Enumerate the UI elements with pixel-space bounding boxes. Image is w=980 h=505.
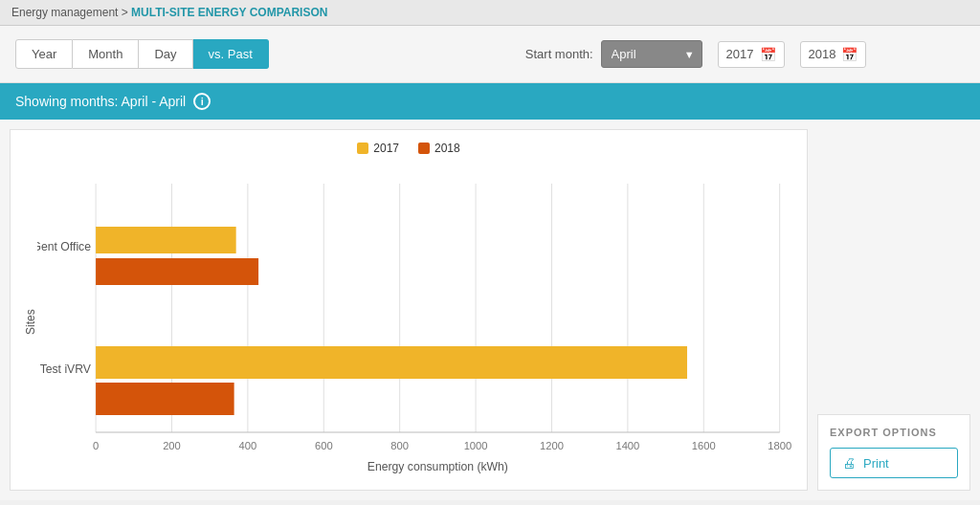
month-dropdown[interactable]: JanuaryFebruaryMarch AprilMayJune JulyAu… bbox=[601, 40, 702, 68]
svg-text:800: 800 bbox=[390, 440, 409, 451]
legend-2017: 2017 bbox=[357, 142, 399, 155]
vs-past-button[interactable]: vs. Past bbox=[193, 39, 269, 69]
chart-body: Sites bbox=[20, 165, 797, 480]
chart-legend: 2017 2018 bbox=[20, 142, 797, 155]
bar-testvRV-2018 bbox=[96, 383, 234, 415]
legend-label-2018: 2018 bbox=[434, 142, 460, 155]
year-button[interactable]: Year bbox=[15, 39, 73, 69]
export-title: EXPORT OPTIONS bbox=[830, 427, 958, 438]
legend-dot-2018 bbox=[418, 143, 430, 154]
chart-svg: Daikin Gent Office Test iVRV 0 200 400 6… bbox=[37, 165, 797, 480]
y-axis-label: Sites bbox=[20, 165, 37, 480]
bar-daikin-2018 bbox=[96, 258, 258, 285]
breadcrumb: Energy management > MULTI-SITE ENERGY CO… bbox=[0, 0, 980, 26]
calendar1-icon: 📅 bbox=[760, 47, 776, 62]
bar-daikin-2017 bbox=[96, 227, 236, 253]
month-button[interactable]: Month bbox=[73, 39, 139, 69]
year1-input[interactable]: 2017 📅 bbox=[718, 41, 785, 68]
svg-text:1000: 1000 bbox=[464, 440, 488, 451]
controls-area: Year Month Day vs. Past Start month: Jan… bbox=[0, 26, 980, 83]
year2-input[interactable]: 2018 📅 bbox=[800, 41, 867, 68]
svg-text:1400: 1400 bbox=[615, 440, 639, 451]
print-label: Print bbox=[863, 456, 889, 471]
svg-text:1600: 1600 bbox=[692, 440, 716, 451]
legend-dot-2017 bbox=[357, 143, 368, 154]
print-icon: 🖨 bbox=[842, 455, 856, 471]
breadcrumb-page: MULTI-SITE ENERGY COMPARISON bbox=[131, 6, 327, 19]
month-dropdown-wrapper: JanuaryFebruaryMarch AprilMayJune JulyAu… bbox=[601, 40, 702, 68]
sidebar: EXPORT OPTIONS 🖨 Print bbox=[817, 129, 970, 491]
legend-label-2017: 2017 bbox=[373, 142, 399, 155]
breadcrumb-base: Energy management > bbox=[11, 6, 128, 19]
calendar2-icon: 📅 bbox=[841, 47, 858, 62]
info-bar: Showing months: April - April i bbox=[0, 83, 980, 120]
time-range-buttons: Year Month Day vs. Past bbox=[15, 39, 269, 69]
year2-value: 2018 bbox=[809, 47, 836, 61]
svg-text:200: 200 bbox=[163, 440, 181, 451]
info-icon[interactable]: i bbox=[193, 93, 211, 110]
svg-text:400: 400 bbox=[239, 440, 257, 451]
chart-area: 2017 2018 Sites bbox=[10, 129, 808, 491]
site-label-daikin: Daikin Gent Office bbox=[37, 240, 91, 253]
legend-2018: 2018 bbox=[418, 142, 460, 155]
main-content: 2017 2018 Sites bbox=[0, 120, 980, 500]
svg-text:1200: 1200 bbox=[540, 440, 564, 451]
info-text: Showing months: April - April bbox=[15, 94, 186, 109]
svg-text:0: 0 bbox=[93, 440, 99, 451]
export-panel: EXPORT OPTIONS 🖨 Print bbox=[817, 414, 970, 491]
svg-text:Energy consumption (kWh): Energy consumption (kWh) bbox=[368, 460, 508, 473]
svg-text:1800: 1800 bbox=[768, 440, 791, 451]
year1-value: 2017 bbox=[726, 47, 754, 61]
chart-inner: Daikin Gent Office Test iVRV 0 200 400 6… bbox=[37, 165, 797, 480]
day-button[interactable]: Day bbox=[139, 39, 192, 69]
bar-testvRV-2017 bbox=[96, 346, 687, 379]
start-month-label: Start month: bbox=[525, 47, 593, 61]
print-button[interactable]: 🖨 Print bbox=[830, 448, 958, 478]
svg-text:600: 600 bbox=[315, 440, 333, 451]
site-label-testvRV: Test iVRV bbox=[40, 362, 92, 376]
